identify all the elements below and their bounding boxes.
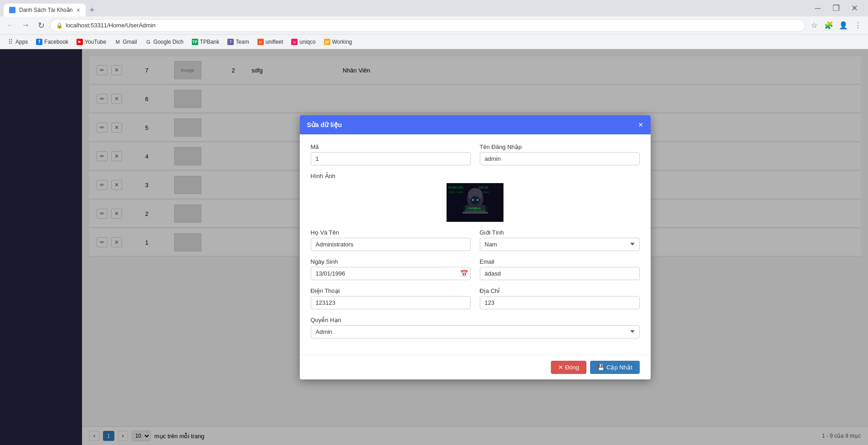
lock-icon: 🔒 [56, 22, 63, 29]
active-tab[interactable]: Danh Sách Tài Khoản × [4, 4, 86, 16]
nav-actions: ☆ 🧩 👤 ⋮ [808, 19, 864, 32]
form-group-tendangnhap: Tên Đăng Nhập [480, 143, 640, 165]
ma-input[interactable] [311, 152, 471, 165]
email-label: Email [480, 258, 640, 265]
uniqco-label: uniqco [299, 39, 315, 45]
hinh-anh-section: Hình Ảnh 01001101 10110 11 [311, 173, 640, 222]
svg-point-14 [462, 205, 489, 212]
unifleet-label: unifleet [266, 39, 283, 45]
gmail-icon: M [114, 39, 121, 45]
modal-body: Mã Tên Đăng Nhập Hình Ảnh [300, 134, 651, 355]
reload-button[interactable]: ↻ [35, 19, 47, 32]
minimize-button[interactable]: ─ [812, 2, 824, 15]
capnhat-button[interactable]: 💾 Cập Nhật [590, 361, 639, 374]
form-group-hovaten: Họ Và Tên [311, 229, 471, 251]
bookmark-unifleet[interactable]: u unifleet [254, 37, 287, 46]
youtube-icon: ▶ [77, 39, 83, 45]
working-label: Working [332, 39, 352, 45]
maximize-button[interactable]: ❐ [830, 2, 842, 15]
browser-window: Danh Sách Tài Khoản × + ─ ❐ ✕ ← → ↻ 🔒 lo… [0, 0, 868, 445]
tab-favicon [9, 7, 15, 13]
form-group-gioitinh: Giới Tính Nam Nữ [480, 229, 640, 251]
dienthoai-input[interactable] [311, 296, 471, 309]
form-group-dienthoai: Điện Thoại [311, 287, 471, 309]
email-input[interactable] [480, 267, 640, 280]
bookmark-googledich[interactable]: G Google Dich [142, 37, 187, 46]
apps-icon: ⠿ [7, 39, 14, 45]
modal-overlay: Sửa dữ liệu × Mã Tên Đăng Nhập [82, 49, 868, 445]
tab-bar: Danh Sách Tài Khoản × + [4, 0, 98, 16]
window-controls: ─ ❐ ✕ [812, 2, 864, 15]
facebook-label: Facebook [44, 39, 68, 45]
bookmark-facebook[interactable]: f Facebook [32, 37, 72, 46]
quyenhan-select[interactable]: Admin Nhân Viên Khách [311, 325, 640, 338]
quyenhan-label: Quyền Hạn [311, 317, 640, 323]
form-row-name-gender: Họ Và Tên Giới Tính Nam Nữ [311, 229, 640, 251]
date-input-wrap: 📅 [311, 267, 471, 280]
dienthoai-label: Điện Thoại [311, 287, 471, 294]
modal-close-button[interactable]: × [638, 121, 643, 129]
navigation-bar: ← → ↻ 🔒 localhost:53311/Home/UserAdmin ☆… [0, 16, 868, 35]
ngaysinh-label: Ngày Sinh [311, 258, 471, 265]
form-row-id-username: Mã Tên Đăng Nhập [311, 143, 640, 165]
svg-text:01001101: 01001101 [448, 186, 464, 189]
apps-label: Apps [15, 39, 28, 45]
back-button[interactable]: ← [4, 19, 16, 32]
extensions-button[interactable]: 🧩 [822, 19, 835, 32]
calendar-button[interactable]: 📅 [460, 270, 468, 277]
image-preview: 01001101 10110 1100 0101 0011 [447, 183, 503, 222]
uniqco-icon: u [291, 39, 298, 45]
hovaten-input[interactable] [311, 238, 471, 251]
facebook-icon: f [36, 39, 42, 45]
page-content: ✏ ✕ 7 image 2 sdfg Nhân Viên ✏ ✕ 6 [0, 49, 868, 445]
svg-point-7 [471, 196, 480, 205]
hinhanh-label: Hình Ảnh [311, 173, 336, 179]
google-dich-label: Google Dich [154, 39, 184, 45]
close-window-button[interactable]: ✕ [848, 2, 861, 15]
modal-title: Sửa dữ liệu [307, 121, 342, 128]
hacker-svg: 01001101 10110 1100 0101 0011 [447, 183, 503, 222]
bookmarks-bar: ⠿ Apps f Facebook ▶ YouTube M Gmail G Go… [0, 35, 868, 49]
bookmark-tpbank[interactable]: TP TPBank [188, 37, 223, 46]
form-group-diachi: Địa Chỉ [480, 287, 640, 309]
svg-point-9 [477, 199, 478, 201]
ma-label: Mã [311, 143, 471, 150]
title-bar: Danh Sách Tài Khoản × + ─ ❐ ✕ [0, 0, 868, 16]
ngaysinh-input[interactable] [311, 267, 471, 280]
svg-text:10110: 10110 [478, 186, 488, 189]
svg-rect-11 [462, 212, 488, 214]
forward-button[interactable]: → [19, 19, 32, 32]
bookmark-apps[interactable]: ⠿ Apps [4, 37, 31, 46]
team-icon: T [227, 39, 234, 45]
bookmark-star-button[interactable]: ☆ [808, 19, 821, 32]
tab-close-button[interactable]: × [77, 6, 80, 14]
main-area: ✏ ✕ 7 image 2 sdfg Nhân Viên ✏ ✕ 6 [82, 49, 868, 445]
bookmark-uniqco[interactable]: u uniqco [288, 37, 319, 46]
form-row-quyen: Quyền Hạn Admin Nhân Viên Khách [311, 317, 640, 338]
bookmark-team[interactable]: T Team [224, 37, 252, 46]
dong-icon: ✕ [558, 364, 563, 371]
menu-button[interactable]: ⋮ [852, 19, 864, 32]
account-button[interactable]: 👤 [837, 19, 850, 32]
tab-title: Danh Sách Tài Khoản [19, 7, 73, 13]
modal-header: Sửa dữ liệu × [300, 115, 651, 134]
gioitinh-select[interactable]: Nam Nữ [480, 238, 640, 251]
bookmark-working[interactable]: 📁 Working [320, 37, 356, 46]
diachi-input[interactable] [480, 296, 640, 309]
form-group-ngaysinh: Ngày Sinh 📅 [311, 258, 471, 280]
form-group-ma: Mã [311, 143, 471, 165]
diachi-label: Địa Chỉ [480, 287, 640, 294]
bookmark-gmail[interactable]: M Gmail [111, 37, 140, 46]
sidebar [0, 49, 82, 445]
address-bar[interactable]: 🔒 localhost:53311/Home/UserAdmin [50, 19, 805, 32]
form-row-phone-address: Điện Thoại Địa Chỉ [311, 287, 640, 309]
tpbank-icon: TP [192, 39, 198, 45]
gmail-label: Gmail [123, 39, 137, 45]
svg-text:1100 0101: 1100 0101 [448, 190, 463, 194]
dong-button[interactable]: ✕ Đóng [551, 361, 586, 374]
new-tab-button[interactable]: + [86, 4, 98, 16]
capnhat-label: Cập Nhật [606, 364, 632, 371]
bookmark-youtube[interactable]: ▶ YouTube [73, 37, 110, 46]
form-group-email: Email [480, 258, 640, 280]
tendangnhap-input[interactable] [480, 152, 640, 165]
